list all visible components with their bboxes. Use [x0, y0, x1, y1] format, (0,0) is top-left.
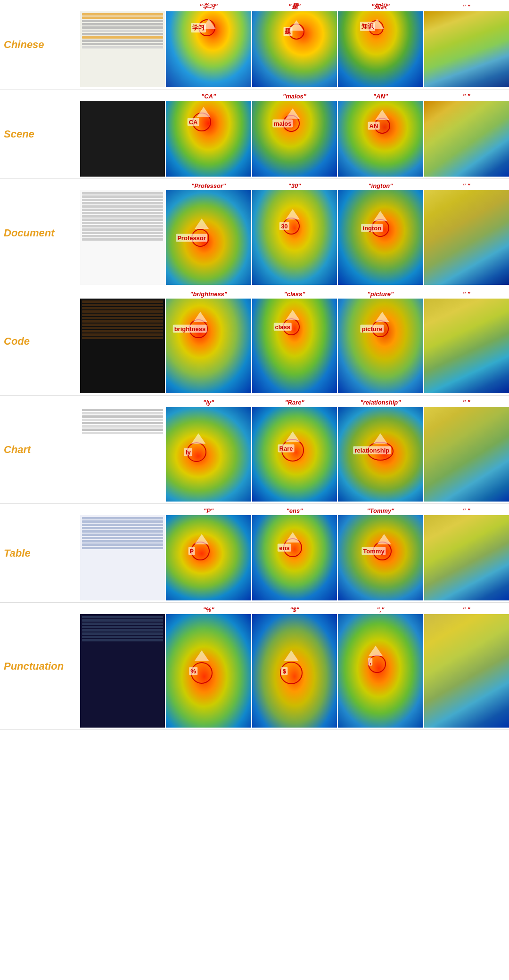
caption-document-1: "Professor"	[191, 181, 226, 190]
callout-document-3	[373, 211, 387, 221]
image-scene-4	[424, 101, 509, 177]
image-cell-punctuation-2: "$"$	[252, 605, 337, 728]
images-row-table: "P"P"ens"ens"Tommy"Tommy" "	[80, 506, 509, 600]
image-scene-0	[80, 101, 165, 177]
word-highlight-chinese-1: 学习	[191, 23, 206, 32]
image-cell-table-1: "P"P	[166, 506, 251, 600]
caption-chart-1: "ly"	[203, 397, 214, 407]
callout-scene-1	[197, 107, 211, 117]
image-cell-scene-3: "AN"AN	[338, 91, 423, 177]
image-code-0	[80, 299, 165, 393]
images-row-punctuation: "%"%"$"$","," "	[80, 605, 509, 728]
heatmap-code-4	[424, 299, 509, 393]
caption-code-2: "class"	[284, 289, 305, 299]
caption-scene-4: " "	[463, 91, 470, 101]
caption-code-4: " "	[463, 289, 470, 299]
image-cell-scene-1: "CA"CA	[166, 91, 251, 177]
image-table-2: ens	[252, 515, 337, 600]
heatmap-document-3: ington	[338, 190, 423, 285]
image-chart-2: Rare	[252, 407, 337, 502]
heatmap-punctuation-2: $	[252, 614, 337, 728]
heatmap-chinese-4	[424, 11, 509, 87]
heatmap-table-4	[424, 515, 509, 600]
image-cell-document-2: "30"30	[252, 181, 337, 285]
heatmap-table-3: Tommy	[338, 515, 423, 600]
image-cell-table-3: "Tommy"Tommy	[338, 506, 423, 600]
section-document: Document"Professor"Professor"30"30"ingto…	[0, 179, 509, 287]
callout-document-1	[195, 219, 209, 229]
callout-punctuation-3	[369, 646, 383, 656]
callout-document-2	[286, 209, 300, 219]
word-highlight-chart-2: Rare	[278, 445, 295, 453]
image-document-1: Professor	[166, 190, 251, 285]
image-cell-chart-0	[80, 397, 165, 502]
caption-chart-3: "relationship"	[360, 397, 401, 407]
caption-chinese-3: "知识"	[371, 2, 389, 11]
callout-scene-2	[286, 108, 300, 119]
image-cell-document-4: " "	[424, 181, 509, 285]
image-cell-chinese-1: "学习"学习	[166, 2, 251, 87]
heatmap-document-2: 30	[252, 190, 337, 285]
image-cell-scene-2: "malos"malos	[252, 91, 337, 177]
image-chart-1: ly	[166, 407, 251, 502]
image-code-3: picture	[338, 299, 423, 393]
word-highlight-punctuation-2: $	[281, 667, 287, 675]
heatmap-chinese-3: 知识	[338, 11, 423, 87]
image-table-0	[80, 515, 165, 600]
heatmap-punctuation-3: ,	[338, 614, 423, 728]
word-highlight-punctuation-3: ,	[368, 658, 373, 666]
image-scene-2: malos	[252, 101, 337, 177]
word-highlight-table-2: ens	[278, 543, 291, 551]
section-scene: Scene"CA"CA"malos"malos"AN"AN" "	[0, 89, 509, 179]
images-row-chart: "ly"ly"Rare"Rare"relationship"relationsh…	[80, 397, 509, 502]
heatmap-chinese-2: 题	[252, 11, 337, 87]
callout-punctuation-2	[284, 650, 298, 661]
heatmap-code-2: class	[252, 299, 337, 393]
callout-table-3	[377, 534, 391, 544]
image-cell-document-1: "Professor"Professor	[166, 181, 251, 285]
heatmap-document-1: Professor	[166, 190, 251, 285]
caption-chinese-2: "题"	[288, 2, 300, 11]
label-chinese: Chinese	[0, 2, 80, 87]
image-punctuation-4	[424, 614, 509, 728]
caption-document-2: "30"	[288, 181, 301, 190]
image-cell-punctuation-3: ",",	[338, 605, 423, 728]
heatmap-scene-1: CA	[166, 101, 251, 177]
image-cell-code-4: " "	[424, 289, 509, 393]
caption-chart-2: "Rare"	[285, 397, 304, 407]
section-chinese: Chinese"学习"学习"题"题"知识"知识" "	[0, 0, 509, 89]
word-highlight-document-3: ington	[361, 224, 383, 232]
caption-document-3: "ington"	[368, 181, 393, 190]
caption-table-1: "P"	[204, 506, 213, 515]
heatmap-chart-3: relationship	[338, 407, 423, 502]
word-highlight-chinese-2: 题	[283, 27, 292, 36]
image-cell-scene-4: " "	[424, 91, 509, 177]
label-table: Table	[0, 506, 80, 600]
image-punctuation-1: %	[166, 614, 251, 728]
image-code-4	[424, 299, 509, 393]
heatmap-chart-1: ly	[166, 407, 251, 502]
caption-chart-4: " "	[463, 397, 470, 407]
image-cell-scene-0	[80, 91, 165, 177]
word-highlight-table-1: P	[188, 547, 195, 555]
callout-code-1	[193, 312, 207, 322]
image-chart-3: relationship	[338, 407, 423, 502]
caption-punctuation-1: "%"	[203, 605, 214, 614]
label-punctuation: Punctuation	[0, 605, 80, 728]
section-chart: Chart"ly"ly"Rare"Rare"relationship"relat…	[0, 396, 509, 504]
caption-punctuation-3: ","	[377, 605, 384, 614]
word-highlight-chinese-3: 知识	[360, 22, 375, 31]
image-cell-chinese-2: "题"题	[252, 2, 337, 87]
image-cell-document-0	[80, 181, 165, 285]
caption-table-2: "ens"	[287, 506, 303, 515]
section-code: Code"brightness"brightness"class"class"p…	[0, 287, 509, 396]
word-highlight-scene-3: AN	[368, 122, 380, 130]
image-cell-code-3: "picture"picture	[338, 289, 423, 393]
image-cell-chinese-3: "知识"知识	[338, 2, 423, 87]
word-highlight-table-3: Tommy	[361, 547, 386, 555]
word-highlight-punctuation-1: %	[189, 667, 197, 675]
callout-code-2	[286, 310, 300, 320]
heatmap-scene-3: AN	[338, 101, 423, 177]
image-scene-3: AN	[338, 101, 423, 177]
image-scene-1: CA	[166, 101, 251, 177]
